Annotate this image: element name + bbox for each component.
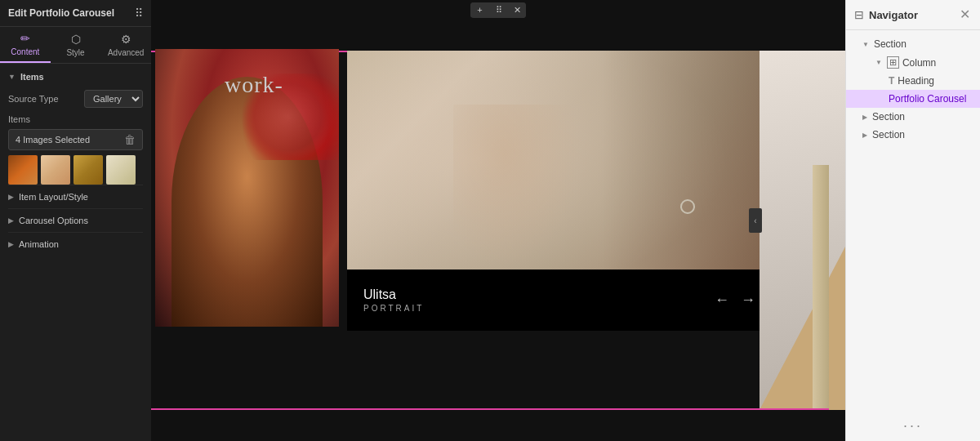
caption-type: PORTRAIT	[363, 304, 424, 313]
canvas-toolbar: + ⠿ ✕	[470, 2, 525, 18]
heading-icon: T	[889, 75, 894, 87]
tab-style-label: Style	[66, 48, 84, 57]
animation-section[interactable]: ▶ Animation	[8, 232, 143, 256]
section1-arrow: ▼	[862, 41, 869, 48]
right-arch-image	[760, 51, 845, 410]
column-label: Column	[902, 57, 936, 69]
item-layout-section[interactable]: ▶ Item Layout/Style	[8, 185, 143, 208]
carousel-options-arrow: ▶	[8, 216, 14, 225]
prev-arrow[interactable]: ←	[715, 292, 729, 309]
navigator-panel-icon: ⊟	[854, 8, 864, 21]
section3-label: Section	[872, 129, 905, 140]
section3-arrow: ▶	[862, 131, 867, 139]
navigator-header: ⊟ Navigator ✕	[846, 0, 980, 30]
nav-item-column[interactable]: ▼ ⊞ Column	[846, 53, 980, 72]
nav-item-section-3[interactable]: ▶ Section	[846, 126, 980, 144]
portfolio-carousel-label: Portfolio Carousel	[889, 93, 966, 105]
nav-item-portfolio-carousel[interactable]: Portfolio Carousel	[846, 90, 980, 108]
navigator-header-left: ⊟ Navigator	[854, 8, 918, 21]
tab-style[interactable]: ⬡ Style	[51, 27, 101, 63]
section1-label: Section	[874, 38, 906, 50]
caption-text: Ulitsa PORTRAIT	[363, 287, 424, 313]
left-panel-header: Edit Portfolio Carousel ⠿	[0, 0, 151, 27]
content-icon: ✏	[20, 32, 30, 45]
section2-label: Section	[872, 111, 905, 122]
work-text: work-	[225, 72, 283, 98]
nav-item-section-1[interactable]: ▼ Section	[846, 35, 980, 53]
nav-tree: ▼ Section ▼ ⊞ Column T Heading Portfolio…	[846, 30, 980, 441]
tab-content[interactable]: ✏ Content	[0, 27, 51, 63]
section2-arrow: ▶	[862, 114, 867, 121]
advanced-icon: ⚙	[121, 33, 131, 46]
main-canvas: + ⠿ ✕ work- Ulitsa PORTRAIT ← →	[151, 0, 845, 441]
move-element-button[interactable]: ⠿	[489, 2, 509, 18]
thumbnail-4[interactable]	[106, 155, 136, 185]
collapse-handle[interactable]: ‹	[749, 208, 762, 233]
left-panel: Edit Portfolio Carousel ⠿ ✏ Content ⬡ St…	[0, 0, 151, 441]
caption-name: Ulitsa	[363, 287, 424, 302]
tab-content-label: Content	[11, 47, 39, 56]
navigator-dots: ···	[903, 417, 923, 434]
source-type-row: Source Type Gallery Custom	[8, 90, 143, 108]
earring-decor	[680, 199, 695, 214]
animation-label: Animation	[19, 239, 59, 249]
delete-images-icon[interactable]: 🗑	[124, 133, 136, 146]
add-element-button[interactable]: +	[470, 2, 488, 17]
thumbnail-2[interactable]	[41, 155, 70, 185]
left-panel-tabs: ✏ Content ⬡ Style ⚙ Advanced	[0, 27, 151, 64]
grid-icon[interactable]: ⠿	[135, 7, 143, 20]
carousel-caption: Ulitsa PORTRAIT ← →	[347, 270, 772, 331]
item-layout-label: Item Layout/Style	[19, 192, 88, 202]
nav-item-heading[interactable]: T Heading	[846, 72, 980, 90]
left-panel-content: ▼ Items Source Type Gallery Custom Items…	[0, 64, 151, 441]
navigator-title: Navigator	[869, 9, 918, 21]
thumbnail-3[interactable]	[74, 155, 103, 185]
nav-item-section-2[interactable]: ▶ Section	[846, 108, 980, 126]
close-element-button[interactable]: ✕	[509, 2, 526, 18]
items-section-header[interactable]: ▼ Items	[8, 72, 143, 82]
column-icon: ⊞	[887, 56, 899, 69]
style-icon: ⬡	[71, 33, 81, 46]
images-selected-row: 4 Images Selected 🗑	[8, 129, 143, 150]
navigator-panel: ⊟ Navigator ✕ ▼ Section ▼ ⊞ Column T Hea…	[845, 0, 980, 441]
items-arrow: ▼	[8, 73, 16, 81]
item-layout-arrow: ▶	[8, 193, 14, 201]
items-sublabel: Items	[8, 114, 143, 124]
arch-vertical	[813, 165, 829, 410]
next-arrow[interactable]: →	[741, 292, 755, 309]
items-section-label: Items	[20, 72, 44, 82]
canvas-top-bar: + ⠿ ✕	[151, 0, 845, 20]
animation-arrow: ▶	[8, 240, 14, 248]
tab-advanced[interactable]: ⚙ Advanced	[100, 27, 151, 63]
navigator-close-button[interactable]: ✕	[960, 8, 970, 21]
images-selected-text: 4 Images Selected	[16, 135, 90, 145]
thumbnail-1[interactable]	[8, 155, 38, 185]
thumbnails-container	[8, 155, 143, 185]
tab-advanced-label: Advanced	[108, 48, 144, 57]
left-panel-title: Edit Portfolio Carousel	[8, 7, 114, 19]
source-type-label: Source Type	[8, 94, 59, 104]
source-type-select[interactable]: Gallery Custom	[84, 90, 143, 108]
arch-triangle	[760, 247, 845, 410]
carousel-options-label: Carousel Options	[19, 216, 88, 225]
face-feature	[453, 105, 581, 266]
caption-nav: ← →	[715, 292, 755, 309]
column-arrow: ▼	[875, 59, 882, 66]
heading-label: Heading	[898, 75, 934, 87]
carousel-options-section[interactable]: ▶ Carousel Options	[8, 208, 143, 232]
pink-border-bottom	[151, 408, 829, 410]
